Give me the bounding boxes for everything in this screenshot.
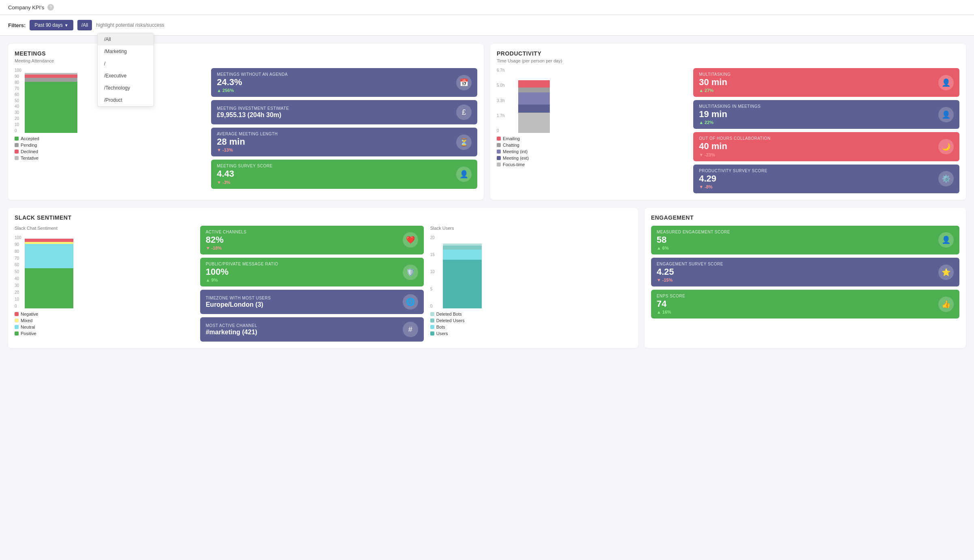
dropdown-item-executive[interactable]: /Executive	[98, 70, 154, 82]
kpi-multitasking-meetings: MULTITASKING IN MEETINGS 19 min 22% 👤	[693, 100, 959, 129]
kpi-message-ratio: PUBLIC/PRIVATE MESSAGE RATIO 100% 9% 🛡️	[200, 258, 424, 286]
productivity-subtitle: Time Usage (per person per day)	[497, 58, 959, 63]
multitask-icon: 👤	[938, 75, 954, 90]
arrow-down-icon	[217, 147, 221, 152]
arrow-up-icon4	[699, 120, 703, 125]
shield-icon: 🛡️	[403, 265, 418, 280]
dropdown-item-all[interactable]: /All	[98, 33, 154, 45]
pound-icon: £	[456, 105, 472, 120]
slack-sentiment-legend: Negative Mixed Neutral Positive	[15, 312, 194, 336]
group-dropdown: /All /Marketing / /Executive /Technology…	[97, 33, 154, 107]
prod-y-1: 1.7h	[497, 113, 504, 118]
top-bar: Company KPI's ?	[0, 0, 974, 15]
y-axis-70: 70	[15, 86, 21, 91]
arrow-down-icon2	[217, 180, 221, 185]
engagement-title: ENGAGEMENT	[651, 214, 959, 221]
meetings-title: MEETINGS	[15, 50, 477, 57]
arrow-down-icon3	[699, 152, 703, 157]
meetings-section: MEETINGS Meeting Attendance 0 10 20 30 4…	[8, 44, 484, 200]
engagement-person-icon: 👤	[938, 232, 954, 248]
y-axis-20: 20	[15, 116, 21, 121]
legend-declined: Declined	[15, 149, 205, 154]
kpi-timezone: TIMEZONE WITH MOST USERS Europe/London (…	[200, 290, 424, 314]
meetings-legend: Accepted Pending Declined Tentative	[15, 136, 205, 160]
y-axis-60: 60	[15, 92, 21, 97]
y-axis-10: 10	[15, 122, 21, 127]
kpi-engagement-survey: ENGAGEMENT SURVEY SCORE 4.25 -15% ⭐	[651, 258, 959, 286]
dropdown-item-technology[interactable]: /Technology	[98, 82, 154, 94]
prod-y-3: 5.0h	[497, 83, 504, 88]
engagement-section: ENGAGEMENT MEASURED ENGAGEMENT SCORE 58 …	[645, 208, 966, 348]
slack-users-title: Slack Users	[430, 226, 632, 231]
prod-y-0: 0	[497, 128, 504, 133]
slack-chart-subtitle: Slack Chat Sentiment	[15, 226, 194, 231]
engagement-kpi-stack: MEASURED ENGAGEMENT SCORE 58 6% 👤 ENGAGE…	[651, 226, 959, 319]
slack-users-legend: Deleted Bots Deleted Users Bots Use	[430, 312, 632, 336]
kpi-most-active-channel: MOST ACTIVE CHANNEL #marketing (421) #	[200, 317, 424, 342]
multitask-meeting-icon: 👤	[938, 107, 954, 122]
gear-icon: ⚙️	[938, 171, 954, 186]
legend-meeting-ext: Meeting (ext)	[497, 156, 687, 160]
kpi-active-channels: ACTIVE CHANNELS 82% -18% ❤️	[200, 226, 424, 254]
thumbsup-icon: 👍	[938, 297, 954, 312]
chevron-down-icon: ▼	[64, 23, 68, 28]
prod-y-4: 6.7h	[497, 68, 504, 73]
kpi-avg-meeting-length: AVERAGE MEETING LENGTH 28 min -13% ⏳	[211, 128, 477, 156]
hashtag-icon: #	[403, 322, 418, 337]
filters-label: Filters:	[8, 22, 26, 28]
group-button[interactable]: /All	[77, 20, 92, 30]
productivity-title: PRODUCTIVITY	[497, 50, 959, 57]
productivity-kpi-stack: MULTITASKING 30 min 27% 👤 MULTITASKING I…	[693, 68, 959, 193]
legend-focus-time: Focus-time	[497, 162, 687, 167]
star-icon: ⭐	[938, 265, 954, 280]
y-axis-100: 100	[15, 68, 21, 73]
legend-declined-dot	[15, 150, 19, 154]
productivity-section: PRODUCTIVITY Time Usage (per person per …	[490, 44, 966, 200]
legend-chatting: Chatting	[497, 143, 687, 147]
y-axis-50: 50	[15, 98, 21, 103]
y-axis-30: 30	[15, 110, 21, 115]
y-axis-90: 90	[15, 74, 21, 79]
legend-tentative-dot	[15, 156, 19, 160]
hourglass-icon: ⏳	[456, 135, 472, 150]
globe-icon: 🌐	[403, 294, 418, 310]
y-axis-40: 40	[15, 104, 21, 109]
person-icon: 👤	[456, 167, 472, 182]
legend-meeting-int: Meeting (int)	[497, 149, 687, 154]
legend-pending: Pending	[15, 143, 205, 147]
arrow-up-icon3	[699, 88, 703, 93]
filters-description: highlight potential risks/success	[96, 22, 164, 28]
kpi-meeting-survey: MEETING SURVEY SCORE 4.43 -3% 👤	[211, 160, 477, 188]
kpi-out-of-hours: OUT OF HOURS COLLABORATION 40 min -23% 🌙	[693, 132, 959, 161]
kpi-multitasking: MULTITASKING 30 min 27% 👤	[693, 68, 959, 97]
y-axis-80: 80	[15, 80, 21, 85]
calendar-icon: 📅	[456, 75, 472, 90]
heart-icon: ❤️	[403, 232, 418, 248]
slack-users-area: Slack Users 0 5 10 15 20	[430, 226, 632, 342]
dropdown-item-marketing[interactable]: /Marketing	[98, 45, 154, 58]
app-title: Company KPI's	[8, 4, 44, 11]
kpi-meeting-investment: MEETING INVESTMENT ESTIMATE £9,955.13 (2…	[211, 100, 477, 124]
dropdown-item-product[interactable]: /Product	[98, 94, 154, 106]
arrow-up-icon	[217, 88, 221, 93]
legend-tentative: Tentative	[15, 156, 205, 160]
kpi-enps-score: ENPS SCORE 74 16% 👍	[651, 290, 959, 318]
slack-title: SLACK SENTIMENT	[15, 214, 632, 221]
productivity-legend: Emailing Chatting Meeting (int) Mee	[497, 136, 687, 167]
dropdown-item-empty[interactable]: /	[98, 58, 154, 70]
time-range-button[interactable]: Past 90 days ▼	[30, 20, 73, 30]
help-icon[interactable]: ?	[47, 4, 54, 11]
legend-accepted: Accepted	[15, 136, 205, 141]
kpi-engagement-score: MEASURED ENGAGEMENT SCORE 58 6% 👤	[651, 226, 959, 254]
slack-section: SLACK SENTIMENT Slack Chat Sentiment 0 1…	[8, 208, 638, 348]
moon-icon: 🌙	[938, 139, 954, 154]
y-axis-0: 0	[15, 128, 21, 133]
slack-kpi-stack: ACTIVE CHANNELS 82% -18% ❤️ PUBLIC/PRIVA…	[200, 226, 424, 342]
legend-pending-dot	[15, 143, 19, 147]
kpi-meetings-without-agenda: MEETINGS WITHOUT AN AGENDA 24.3% 256% 📅	[211, 68, 477, 97]
filters-bar: Filters: Past 90 days ▼ /All highlight p…	[0, 15, 974, 36]
legend-emailing: Emailing	[497, 136, 687, 141]
meetings-subtitle: Meeting Attendance	[15, 58, 477, 63]
arrow-down-icon4	[699, 184, 703, 189]
bottom-sections-row: SLACK SENTIMENT Slack Chat Sentiment 0 1…	[8, 208, 966, 348]
